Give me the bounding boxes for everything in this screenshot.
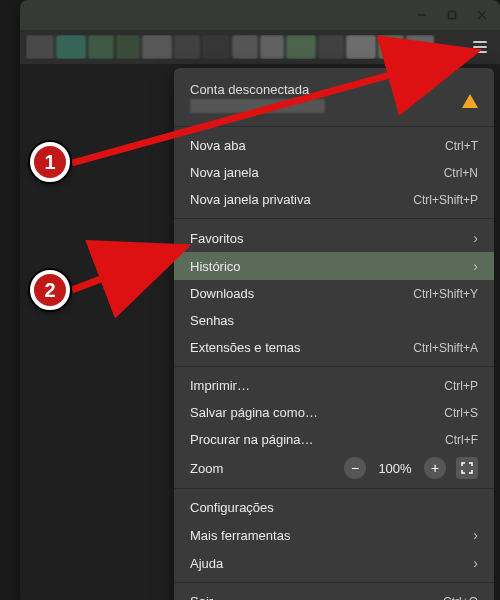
menu-extensions[interactable]: Extensões e temas Ctrl+Shift+A bbox=[174, 334, 494, 361]
menu-separator bbox=[174, 126, 494, 127]
account-status-label: Conta desconectada bbox=[190, 82, 478, 97]
chevron-right-icon: › bbox=[473, 230, 478, 246]
svg-rect-1 bbox=[449, 12, 456, 19]
menu-account-header[interactable]: Conta desconectada bbox=[174, 78, 494, 121]
callout-marker-2: 2 bbox=[30, 270, 70, 310]
menu-item-shortcut: Ctrl+Shift+Y bbox=[413, 287, 478, 301]
app-menu: Conta desconectada Nova aba Ctrl+T Nova … bbox=[174, 68, 494, 600]
close-button[interactable] bbox=[470, 3, 494, 27]
menu-item-label: Ajuda bbox=[190, 556, 473, 571]
menu-new-private-window[interactable]: Nova janela privativa Ctrl+Shift+P bbox=[174, 186, 494, 213]
menu-history[interactable]: Histórico › bbox=[174, 252, 494, 280]
callout-number: 2 bbox=[44, 279, 55, 302]
menu-quit[interactable]: Sair Ctrl+Q bbox=[174, 588, 494, 600]
fullscreen-icon bbox=[461, 462, 473, 474]
menu-print[interactable]: Imprimir… Ctrl+P bbox=[174, 372, 494, 399]
fullscreen-button[interactable] bbox=[456, 457, 478, 479]
menu-downloads[interactable]: Downloads Ctrl+Shift+Y bbox=[174, 280, 494, 307]
menu-passwords[interactable]: Senhas bbox=[174, 307, 494, 334]
menu-settings[interactable]: Configurações bbox=[174, 494, 494, 521]
menu-item-shortcut: Ctrl+T bbox=[445, 139, 478, 153]
chevron-right-icon: › bbox=[473, 555, 478, 571]
menu-new-window[interactable]: Nova janela Ctrl+N bbox=[174, 159, 494, 186]
menu-more-tools[interactable]: Mais ferramentas › bbox=[174, 521, 494, 549]
tab-toolbar bbox=[20, 30, 500, 64]
menu-item-shortcut: Ctrl+F bbox=[445, 433, 478, 447]
menu-item-label: Salvar página como… bbox=[190, 405, 444, 420]
minimize-button[interactable] bbox=[410, 3, 434, 27]
menu-item-label: Procurar na página… bbox=[190, 432, 445, 447]
menu-item-shortcut: Ctrl+N bbox=[444, 166, 478, 180]
menu-help[interactable]: Ajuda › bbox=[174, 549, 494, 577]
zoom-in-button[interactable]: + bbox=[424, 457, 446, 479]
app-menu-button[interactable] bbox=[466, 33, 494, 61]
zoom-value: 100% bbox=[376, 461, 414, 476]
menu-item-shortcut: Ctrl+Shift+A bbox=[413, 341, 478, 355]
menu-separator bbox=[174, 488, 494, 489]
menu-find-in-page[interactable]: Procurar na página… Ctrl+F bbox=[174, 426, 494, 453]
menu-separator bbox=[174, 366, 494, 367]
account-email-blurred bbox=[190, 99, 325, 113]
menu-item-label: Imprimir… bbox=[190, 378, 444, 393]
menu-item-label: Nova aba bbox=[190, 138, 445, 153]
menu-item-label: Nova janela privativa bbox=[190, 192, 413, 207]
chevron-right-icon: › bbox=[473, 527, 478, 543]
menu-item-label: Senhas bbox=[190, 313, 478, 328]
callout-marker-1: 1 bbox=[30, 142, 70, 182]
menu-item-label: Histórico bbox=[190, 259, 473, 274]
menu-item-label: Configurações bbox=[190, 500, 478, 515]
menu-item-label: Favoritos bbox=[190, 231, 473, 246]
menu-item-label: Sair bbox=[190, 594, 443, 600]
menu-bookmarks[interactable]: Favoritos › bbox=[174, 224, 494, 252]
menu-item-shortcut: Ctrl+P bbox=[444, 379, 478, 393]
menu-item-shortcut: Ctrl+Shift+P bbox=[413, 193, 478, 207]
callout-number: 1 bbox=[44, 151, 55, 174]
menu-new-tab[interactable]: Nova aba Ctrl+T bbox=[174, 132, 494, 159]
menu-separator bbox=[174, 218, 494, 219]
window-titlebar bbox=[20, 0, 500, 30]
chevron-right-icon: › bbox=[473, 258, 478, 274]
zoom-label: Zoom bbox=[190, 461, 334, 476]
menu-item-label: Mais ferramentas bbox=[190, 528, 473, 543]
menu-item-label: Nova janela bbox=[190, 165, 444, 180]
maximize-button[interactable] bbox=[440, 3, 464, 27]
menu-item-label: Downloads bbox=[190, 286, 413, 301]
menu-item-shortcut: Ctrl+Q bbox=[443, 595, 478, 601]
menu-separator bbox=[174, 582, 494, 583]
tab-strip[interactable] bbox=[26, 35, 462, 59]
menu-save-page[interactable]: Salvar página como… Ctrl+S bbox=[174, 399, 494, 426]
menu-zoom-row: Zoom − 100% + bbox=[174, 453, 494, 483]
warning-icon bbox=[462, 94, 478, 108]
menu-item-shortcut: Ctrl+S bbox=[444, 406, 478, 420]
browser-window: Conta desconectada Nova aba Ctrl+T Nova … bbox=[20, 0, 500, 600]
zoom-out-button[interactable]: − bbox=[344, 457, 366, 479]
menu-item-label: Extensões e temas bbox=[190, 340, 413, 355]
